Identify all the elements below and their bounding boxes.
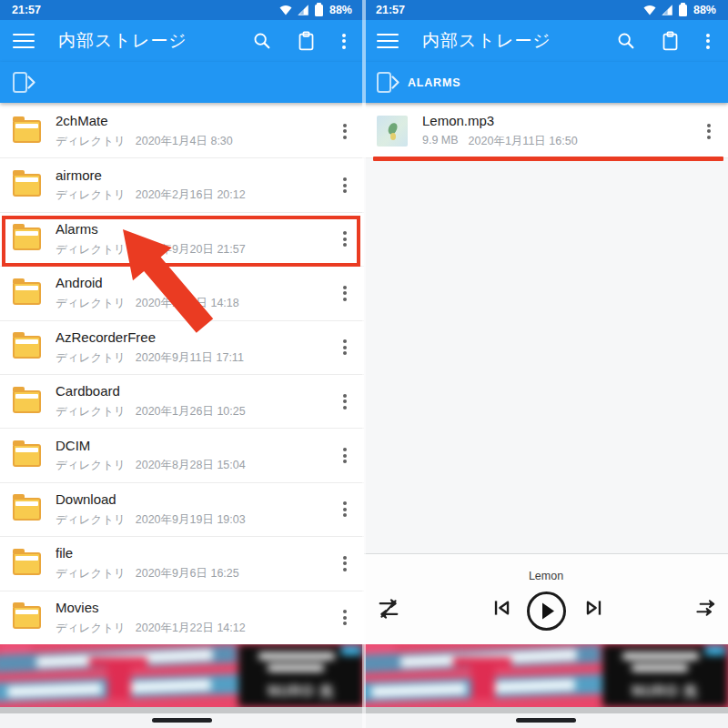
file-type: ディレクトリ [56,458,126,473]
search-icon[interactable] [616,31,636,51]
file-type: ディレクトリ [56,404,126,420]
row-overflow-menu-icon[interactable] [335,279,355,307]
gesture-nav-bar [0,713,364,728]
file-type: ディレクトリ [56,187,126,203]
cell-signal-icon [297,4,309,16]
battery-percent: 88% [329,4,352,16]
search-icon[interactable] [252,31,272,51]
file-row-audio[interactable]: Lemon.mp3 9.9 MB 2020年1月11日 16:50 [364,105,728,158]
file-name: file [56,545,335,562]
row-overflow-menu-icon[interactable] [335,496,355,523]
shuffle-icon[interactable] [376,596,401,622]
skip-previous-icon[interactable] [490,596,513,620]
row-overflow-menu-icon[interactable] [335,334,355,361]
file-row[interactable]: Download ディレクトリ 2020年9月19日 19:03 [0,483,364,537]
file-size: 9.9 MB [422,134,459,149]
file-row[interactable]: Cardboard ディレクトリ 2020年1月26日 10:25 [0,375,364,429]
file-name: 2chMate [56,113,335,130]
file-type: ディレクトリ [56,242,126,258]
file-date: 2020年9月6日 16:25 [136,566,239,581]
row-overflow-menu-icon[interactable] [335,442,355,470]
file-type: ディレクトリ [56,566,126,581]
ad-banner[interactable]: NURO 光 [0,644,364,707]
clipboard-icon[interactable] [661,31,680,52]
file-list: 2chMate ディレクトリ 2020年1月4日 8:30 airmore ディ… [0,103,364,644]
chevron-right-icon [391,76,399,89]
row-overflow-menu-icon[interactable] [335,388,355,415]
row-overflow-menu-icon[interactable] [335,226,355,253]
file-row[interactable]: airmore ディレクトリ 2020年2月16日 20:12 [0,158,364,212]
app-bar: 内部ストレージ [364,20,728,62]
repeat-order-icon[interactable] [693,596,717,620]
file-type: ディレクトリ [56,512,126,528]
ad-content-blurred: NURO 光 [364,644,728,707]
file-row[interactable]: file ディレクトリ 2020年9月6日 16:25 [0,537,364,591]
device-storage-icon[interactable] [13,72,27,93]
clipboard-icon[interactable] [297,31,316,52]
row-overflow-menu-icon[interactable] [335,550,355,577]
file-row[interactable]: DCIM ディレクトリ 2020年8月28日 15:04 [0,429,364,482]
file-type: ディレクトリ [56,621,126,636]
folder-icon [13,336,41,359]
file-date: 2020年9月20日 21:57 [136,242,246,258]
cell-signal-icon [661,4,673,16]
row-overflow-menu-icon[interactable] [335,172,355,199]
ad-banner[interactable]: NURO 光 [364,644,728,707]
file-name: Movies [56,600,335,617]
ad-brand-text: NURO 光 [602,682,728,702]
menu-icon[interactable] [13,34,35,49]
ad-content-blurred: NURO 光 [0,644,364,707]
battery-percent: 88% [693,4,716,16]
file-date: 2020年2月16日 20:12 [136,187,246,203]
gesture-nav-bar [364,713,728,728]
row-overflow-menu-icon[interactable] [335,604,355,632]
folder-icon [13,174,41,197]
file-row[interactable]: 2chMate ディレクトリ 2020年1月4日 8:30 [0,105,364,158]
folder-icon [13,606,41,629]
wifi-icon [278,4,293,16]
status-bar: 21:57 88% [364,0,728,20]
album-art-thumbnail [377,116,408,147]
file-name: DCIM [56,438,335,455]
file-name: airmore [56,167,335,185]
file-date: 2020年9月19日 19:03 [136,512,246,528]
overflow-menu-icon[interactable] [340,27,348,55]
file-row-highlighted[interactable]: Alarms ディレクトリ 2020年9月20日 21:57 [0,213,364,267]
folder-icon [13,120,41,143]
row-overflow-menu-icon[interactable] [335,117,355,145]
file-name: Download [56,491,335,509]
row-overflow-menu-icon[interactable] [699,117,719,145]
home-pill[interactable] [516,718,576,723]
breadcrumb[interactable] [0,62,364,103]
breadcrumb[interactable]: ALARMS [364,62,728,103]
menu-icon[interactable] [377,34,399,49]
skip-next-icon[interactable] [582,596,606,620]
file-row[interactable]: AzRecorderFree ディレクトリ 2020年9月11日 17:11 [0,321,364,375]
page-title: 内部ストレージ [58,29,252,53]
clock: 21:57 [376,4,405,16]
audio-player-bar: Lemon [364,553,728,644]
folder-icon [13,444,41,467]
file-name: AzRecorderFree [56,329,335,347]
device-storage-icon[interactable] [377,72,391,93]
file-date: 2020年1月5日 14:18 [136,296,239,311]
file-date: 2020年9月11日 17:11 [136,350,244,366]
file-row[interactable]: Android ディレクトリ 2020年1月5日 14:18 [0,267,364,320]
app-bar: 内部ストレージ [0,20,364,62]
battery-icon [315,5,323,16]
ad-brand-text: NURO 光 [238,682,364,702]
file-date: 2020年1月26日 10:25 [136,404,246,420]
file-name: Alarms [56,221,335,238]
file-date: 2020年1月22日 14:12 [136,621,246,636]
home-pill[interactable] [152,718,212,723]
folder-icon [13,552,41,575]
file-name: Android [56,275,335,292]
play-button[interactable] [526,591,567,632]
ad-dark-panel: NURO 光 [238,644,364,707]
file-row[interactable]: Movies ディレクトリ 2020年1月22日 14:12 [0,592,364,644]
overflow-menu-icon[interactable] [704,27,712,55]
breadcrumb-segment[interactable]: ALARMS [408,76,460,89]
battery-icon [679,5,687,16]
gray-band [364,707,728,713]
file-date: 2020年1月11日 16:50 [469,134,578,149]
